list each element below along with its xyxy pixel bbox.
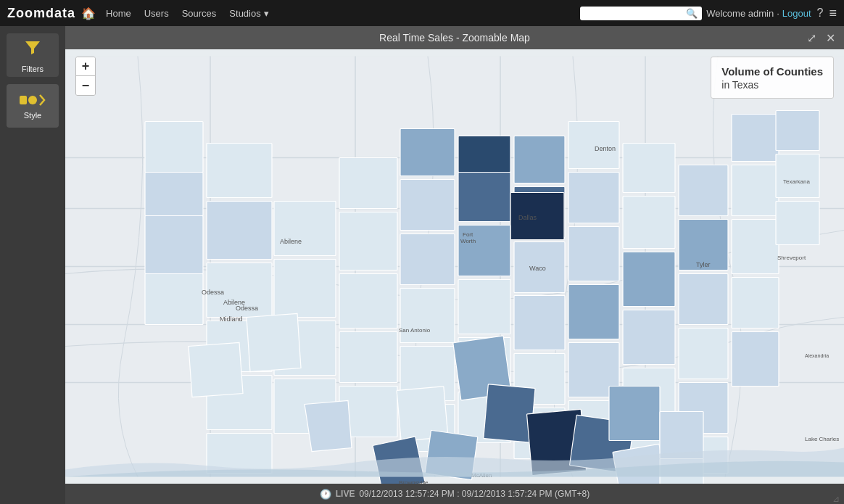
legend-box: Volume of Counties in Texas bbox=[711, 57, 834, 99]
search-input[interactable] bbox=[584, 8, 686, 18]
svg-rect-13 bbox=[145, 122, 203, 173]
style-label: Style bbox=[24, 111, 41, 120]
live-badge: LIVE bbox=[336, 489, 355, 499]
svg-rect-17 bbox=[207, 144, 272, 198]
svg-text:Lake Charles: Lake Charles bbox=[805, 436, 839, 442]
svg-rect-27 bbox=[339, 158, 397, 209]
top-nav: Zoomdata 🏠 Home Users Sources Studios ▾ … bbox=[0, 0, 844, 26]
svg-rect-30 bbox=[339, 332, 397, 383]
svg-rect-15 bbox=[145, 216, 203, 274]
home-icon[interactable]: 🏠 bbox=[81, 7, 96, 20]
help-icon[interactable]: ? bbox=[817, 7, 824, 20]
svg-text:Midland: Midland bbox=[220, 315, 243, 323]
map-titlebar: Real Time Sales - Zoomable Map ⤢ ✕ bbox=[65, 26, 844, 49]
svg-rect-38 bbox=[458, 173, 510, 222]
svg-rect-65 bbox=[679, 274, 728, 325]
search-icon[interactable]: 🔍 bbox=[686, 8, 698, 19]
svg-marker-87 bbox=[189, 343, 243, 397]
svg-rect-45 bbox=[458, 280, 510, 334]
svg-rect-90 bbox=[776, 202, 819, 245]
welcome-text: Welcome admin bbox=[706, 8, 774, 19]
app-logo: Zoomdata bbox=[7, 6, 75, 21]
county-regions bbox=[145, 111, 819, 484]
svg-rect-66 bbox=[679, 329, 728, 379]
svg-rect-29 bbox=[339, 274, 397, 329]
map-container[interactable]: Odessa Midland Abilene Fort Worth Dallas… bbox=[65, 49, 844, 484]
svg-marker-86 bbox=[247, 314, 301, 372]
map-svg: Odessa Midland Abilene Fort Worth Dallas… bbox=[65, 49, 844, 484]
svg-text:Worth: Worth bbox=[460, 238, 476, 244]
svg-rect-40 bbox=[514, 136, 565, 183]
svg-text:Odessa: Odessa bbox=[202, 289, 224, 296]
filters-label: Filters bbox=[22, 65, 44, 73]
resize-handle[interactable]: ⊿ bbox=[832, 494, 840, 504]
svg-rect-52 bbox=[568, 173, 619, 223]
svg-rect-89 bbox=[776, 154, 819, 198]
style-button[interactable]: Style bbox=[7, 84, 59, 128]
svg-rect-18 bbox=[207, 202, 272, 260]
zoom-in-button[interactable]: + bbox=[76, 57, 95, 76]
clock-icon: 🕐 bbox=[320, 489, 331, 500]
svg-rect-46 bbox=[514, 296, 565, 350]
sidebar: Filters Style bbox=[0, 26, 65, 504]
svg-text:Waco: Waco bbox=[529, 265, 546, 272]
svg-text:Alexandria: Alexandria bbox=[805, 353, 829, 358]
style-icon bbox=[18, 92, 47, 108]
svg-text:Texarkana: Texarkana bbox=[783, 178, 810, 185]
svg-text:Abilene: Abilene bbox=[223, 299, 245, 306]
svg-text:Abilene: Abilene bbox=[280, 238, 302, 245]
nav-sources-link[interactable]: Sources bbox=[182, 8, 217, 19]
svg-rect-24 bbox=[274, 260, 336, 318]
studios-chevron-icon: ▾ bbox=[264, 8, 269, 19]
legend-title: Volume of Counties bbox=[721, 65, 823, 79]
svg-rect-53 bbox=[568, 227, 619, 281]
svg-rect-73 bbox=[732, 332, 779, 387]
svg-rect-1 bbox=[20, 96, 27, 104]
svg-rect-59 bbox=[623, 252, 675, 307]
map-panel: Real Time Sales - Zoomable Map ⤢ ✕ bbox=[65, 26, 844, 504]
filter-icon bbox=[22, 37, 43, 62]
nav-studios-dropdown[interactable]: Studios ▾ bbox=[229, 8, 268, 19]
svg-rect-63 bbox=[679, 165, 728, 216]
zoom-controls: + − bbox=[75, 57, 96, 96]
svg-rect-39 bbox=[458, 136, 510, 173]
svg-point-2 bbox=[28, 96, 37, 104]
svg-rect-60 bbox=[623, 310, 675, 365]
svg-rect-88 bbox=[776, 111, 819, 151]
map-titlebar-actions: ⤢ ✕ bbox=[803, 30, 838, 46]
svg-text:Denton: Denton bbox=[595, 145, 616, 152]
svg-rect-72 bbox=[732, 278, 779, 329]
svg-rect-75 bbox=[484, 384, 535, 442]
svg-rect-34 bbox=[400, 234, 455, 285]
expand-button[interactable]: ⤢ bbox=[803, 30, 819, 46]
svg-text:San Antonio: San Antonio bbox=[399, 327, 431, 334]
nav-users-link[interactable]: Users bbox=[144, 8, 169, 19]
close-button[interactable]: ✕ bbox=[822, 30, 838, 46]
svg-rect-57 bbox=[623, 144, 675, 193]
svg-rect-35 bbox=[400, 289, 455, 343]
logout-link[interactable]: Logout bbox=[782, 8, 811, 19]
zoom-out-button[interactable]: − bbox=[76, 76, 95, 95]
search-bar: 🔍 bbox=[580, 7, 702, 20]
nav-home-link[interactable]: Home bbox=[106, 8, 131, 19]
nav-studios-label: Studios bbox=[229, 8, 260, 19]
map-title: Real Time Sales - Zoomable Map bbox=[379, 32, 530, 44]
svg-rect-71 bbox=[732, 220, 779, 274]
filters-button[interactable]: Filters bbox=[7, 33, 59, 77]
svg-rect-78 bbox=[609, 387, 660, 441]
svg-rect-28 bbox=[339, 212, 397, 270]
svg-rect-58 bbox=[623, 197, 675, 249]
svg-text:Fort: Fort bbox=[463, 231, 473, 238]
nav-dot: · bbox=[777, 8, 779, 19]
legend-subtitle: in Texas bbox=[721, 79, 823, 91]
svg-rect-16 bbox=[145, 274, 203, 325]
svg-marker-85 bbox=[305, 401, 352, 452]
svg-rect-23 bbox=[274, 202, 336, 256]
svg-text:Tyler: Tyler bbox=[696, 261, 711, 268]
svg-rect-14 bbox=[145, 173, 203, 216]
svg-rect-54 bbox=[568, 285, 619, 339]
menu-icon[interactable]: ≡ bbox=[829, 6, 837, 21]
svg-marker-0 bbox=[25, 41, 40, 54]
main-layout: Filters Style Real Time Sales - Zoomable… bbox=[0, 26, 844, 504]
svg-rect-69 bbox=[732, 115, 779, 162]
